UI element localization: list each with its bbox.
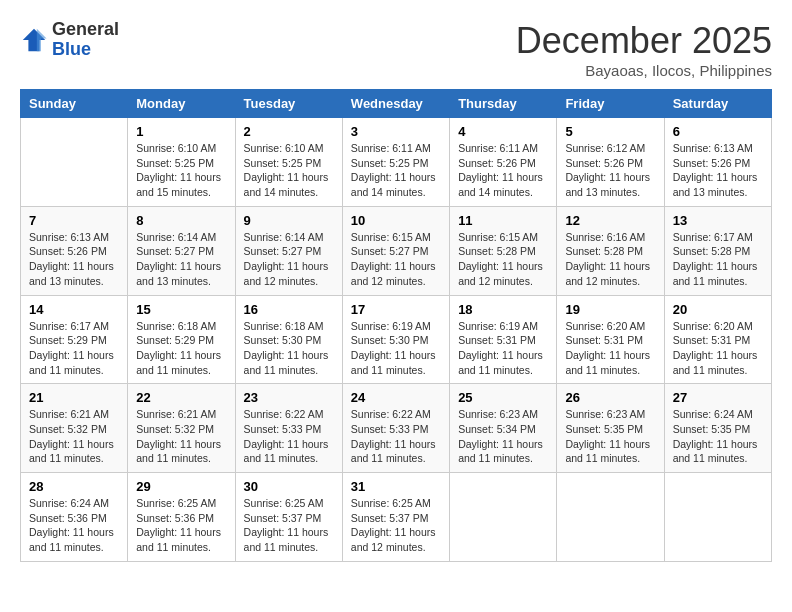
calendar-cell: 25Sunrise: 6:23 AM Sunset: 5:34 PM Dayli… [450,384,557,473]
day-number: 2 [244,124,334,139]
day-number: 13 [673,213,763,228]
logo-general: General [52,20,119,40]
calendar-cell: 23Sunrise: 6:22 AM Sunset: 5:33 PM Dayli… [235,384,342,473]
calendar-cell: 9Sunrise: 6:14 AM Sunset: 5:27 PM Daylig… [235,206,342,295]
calendar-body: 1Sunrise: 6:10 AM Sunset: 5:25 PM Daylig… [21,118,772,562]
logo-text: General Blue [52,20,119,60]
day-number: 16 [244,302,334,317]
day-info: Sunrise: 6:21 AM Sunset: 5:32 PM Dayligh… [136,407,226,466]
day-info: Sunrise: 6:24 AM Sunset: 5:36 PM Dayligh… [29,496,119,555]
calendar-cell: 22Sunrise: 6:21 AM Sunset: 5:32 PM Dayli… [128,384,235,473]
calendar-cell: 20Sunrise: 6:20 AM Sunset: 5:31 PM Dayli… [664,295,771,384]
logo: General Blue [20,20,119,60]
calendar-week-3: 14Sunrise: 6:17 AM Sunset: 5:29 PM Dayli… [21,295,772,384]
calendar-cell: 29Sunrise: 6:25 AM Sunset: 5:36 PM Dayli… [128,473,235,562]
day-info: Sunrise: 6:25 AM Sunset: 5:37 PM Dayligh… [351,496,441,555]
calendar-cell: 15Sunrise: 6:18 AM Sunset: 5:29 PM Dayli… [128,295,235,384]
day-number: 22 [136,390,226,405]
day-info: Sunrise: 6:23 AM Sunset: 5:34 PM Dayligh… [458,407,548,466]
day-info: Sunrise: 6:15 AM Sunset: 5:28 PM Dayligh… [458,230,548,289]
calendar-cell: 28Sunrise: 6:24 AM Sunset: 5:36 PM Dayli… [21,473,128,562]
day-info: Sunrise: 6:12 AM Sunset: 5:26 PM Dayligh… [565,141,655,200]
page-header: General Blue December 2025 Bayaoas, Iloc… [20,20,772,79]
day-number: 6 [673,124,763,139]
calendar-cell: 31Sunrise: 6:25 AM Sunset: 5:37 PM Dayli… [342,473,449,562]
logo-blue: Blue [52,40,119,60]
day-info: Sunrise: 6:19 AM Sunset: 5:31 PM Dayligh… [458,319,548,378]
calendar-cell: 10Sunrise: 6:15 AM Sunset: 5:27 PM Dayli… [342,206,449,295]
weekday-header-saturday: Saturday [664,90,771,118]
day-number: 23 [244,390,334,405]
calendar-week-5: 28Sunrise: 6:24 AM Sunset: 5:36 PM Dayli… [21,473,772,562]
day-number: 9 [244,213,334,228]
day-info: Sunrise: 6:20 AM Sunset: 5:31 PM Dayligh… [673,319,763,378]
calendar-cell: 19Sunrise: 6:20 AM Sunset: 5:31 PM Dayli… [557,295,664,384]
day-info: Sunrise: 6:14 AM Sunset: 5:27 PM Dayligh… [136,230,226,289]
day-number: 10 [351,213,441,228]
weekday-header-friday: Friday [557,90,664,118]
calendar-cell: 26Sunrise: 6:23 AM Sunset: 5:35 PM Dayli… [557,384,664,473]
day-number: 17 [351,302,441,317]
calendar-header-row: SundayMondayTuesdayWednesdayThursdayFrid… [21,90,772,118]
day-info: Sunrise: 6:13 AM Sunset: 5:26 PM Dayligh… [29,230,119,289]
calendar-cell: 8Sunrise: 6:14 AM Sunset: 5:27 PM Daylig… [128,206,235,295]
day-info: Sunrise: 6:10 AM Sunset: 5:25 PM Dayligh… [136,141,226,200]
calendar-cell: 3Sunrise: 6:11 AM Sunset: 5:25 PM Daylig… [342,118,449,207]
day-number: 20 [673,302,763,317]
day-number: 11 [458,213,548,228]
logo-icon [20,26,48,54]
calendar-cell [450,473,557,562]
day-info: Sunrise: 6:19 AM Sunset: 5:30 PM Dayligh… [351,319,441,378]
calendar-cell: 11Sunrise: 6:15 AM Sunset: 5:28 PM Dayli… [450,206,557,295]
calendar-cell: 27Sunrise: 6:24 AM Sunset: 5:35 PM Dayli… [664,384,771,473]
day-info: Sunrise: 6:21 AM Sunset: 5:32 PM Dayligh… [29,407,119,466]
day-number: 5 [565,124,655,139]
calendar-cell: 4Sunrise: 6:11 AM Sunset: 5:26 PM Daylig… [450,118,557,207]
weekday-header-monday: Monday [128,90,235,118]
day-number: 26 [565,390,655,405]
day-number: 8 [136,213,226,228]
calendar-cell: 16Sunrise: 6:18 AM Sunset: 5:30 PM Dayli… [235,295,342,384]
calendar-cell: 5Sunrise: 6:12 AM Sunset: 5:26 PM Daylig… [557,118,664,207]
title-block: December 2025 Bayaoas, Ilocos, Philippin… [516,20,772,79]
day-number: 24 [351,390,441,405]
weekday-header-sunday: Sunday [21,90,128,118]
calendar-cell: 17Sunrise: 6:19 AM Sunset: 5:30 PM Dayli… [342,295,449,384]
day-number: 12 [565,213,655,228]
calendar-cell: 13Sunrise: 6:17 AM Sunset: 5:28 PM Dayli… [664,206,771,295]
weekday-header-wednesday: Wednesday [342,90,449,118]
day-number: 27 [673,390,763,405]
svg-marker-0 [23,29,45,51]
day-number: 21 [29,390,119,405]
day-info: Sunrise: 6:18 AM Sunset: 5:30 PM Dayligh… [244,319,334,378]
day-number: 29 [136,479,226,494]
day-info: Sunrise: 6:16 AM Sunset: 5:28 PM Dayligh… [565,230,655,289]
day-info: Sunrise: 6:18 AM Sunset: 5:29 PM Dayligh… [136,319,226,378]
calendar-cell [21,118,128,207]
day-number: 31 [351,479,441,494]
calendar-cell: 24Sunrise: 6:22 AM Sunset: 5:33 PM Dayli… [342,384,449,473]
day-info: Sunrise: 6:10 AM Sunset: 5:25 PM Dayligh… [244,141,334,200]
day-info: Sunrise: 6:22 AM Sunset: 5:33 PM Dayligh… [351,407,441,466]
day-number: 28 [29,479,119,494]
day-info: Sunrise: 6:24 AM Sunset: 5:35 PM Dayligh… [673,407,763,466]
day-number: 18 [458,302,548,317]
day-info: Sunrise: 6:17 AM Sunset: 5:29 PM Dayligh… [29,319,119,378]
calendar-week-2: 7Sunrise: 6:13 AM Sunset: 5:26 PM Daylig… [21,206,772,295]
day-info: Sunrise: 6:14 AM Sunset: 5:27 PM Dayligh… [244,230,334,289]
day-info: Sunrise: 6:13 AM Sunset: 5:26 PM Dayligh… [673,141,763,200]
location-subtitle: Bayaoas, Ilocos, Philippines [516,62,772,79]
day-number: 19 [565,302,655,317]
day-number: 30 [244,479,334,494]
day-info: Sunrise: 6:25 AM Sunset: 5:37 PM Dayligh… [244,496,334,555]
calendar-cell: 12Sunrise: 6:16 AM Sunset: 5:28 PM Dayli… [557,206,664,295]
calendar-cell: 7Sunrise: 6:13 AM Sunset: 5:26 PM Daylig… [21,206,128,295]
calendar-cell: 21Sunrise: 6:21 AM Sunset: 5:32 PM Dayli… [21,384,128,473]
day-info: Sunrise: 6:15 AM Sunset: 5:27 PM Dayligh… [351,230,441,289]
calendar-cell: 18Sunrise: 6:19 AM Sunset: 5:31 PM Dayli… [450,295,557,384]
calendar-cell: 14Sunrise: 6:17 AM Sunset: 5:29 PM Dayli… [21,295,128,384]
day-number: 4 [458,124,548,139]
calendar-cell [664,473,771,562]
day-number: 1 [136,124,226,139]
day-info: Sunrise: 6:11 AM Sunset: 5:26 PM Dayligh… [458,141,548,200]
